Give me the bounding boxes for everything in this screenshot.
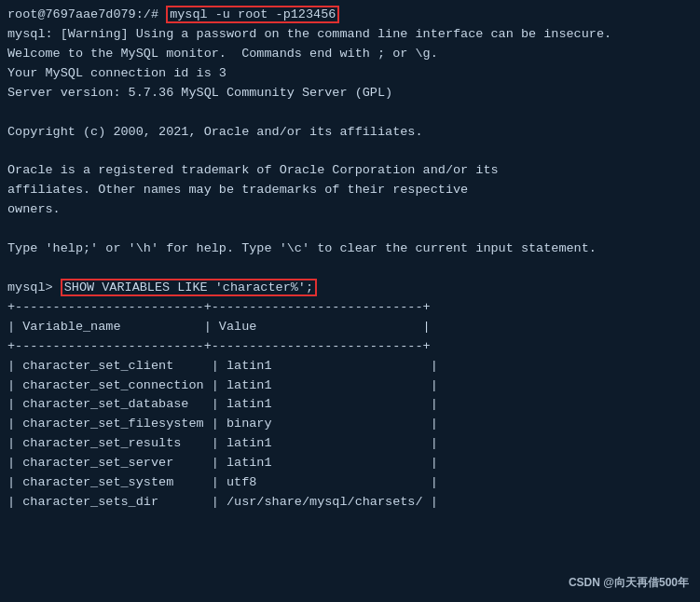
terminal-line-help: Type 'help;' or '\h' for help. Type '\c'…: [7, 239, 693, 259]
terminal-line-warn: mysql: [Warning] Using a password on the…: [7, 25, 693, 45]
terminal-table-sep: +-------------------------+-------------…: [7, 337, 693, 357]
terminal-line-oracle1: Oracle is a registered trademark of Orac…: [7, 161, 693, 181]
prompt-text: root@7697aae7d079:/#: [7, 7, 166, 21]
watermark: CSDN @向天再借500年: [569, 575, 689, 591]
command-highlight: mysql -u root -p123456: [166, 6, 339, 23]
terminal-line-oracle2: affiliates. Other names may be trademark…: [7, 181, 693, 200]
terminal-line-oracle3: owners.: [7, 200, 693, 220]
terminal-line-prompt1: root@7697aae7d079:/# mysql -u root -p123…: [7, 6, 693, 25]
terminal-line-connid: Your MySQL connection id is 3: [7, 64, 693, 84]
terminal-window: root@7697aae7d079:/# mysql -u root -p123…: [0, 0, 700, 602]
terminal-table-row8: | character_sets_dir | /usr/share/mysql/…: [7, 493, 693, 513]
terminal-line-welcome: Welcome to the MySQL monitor. Commands e…: [7, 45, 693, 64]
terminal-table-row1: | character_set_client | latin1 |: [7, 357, 693, 376]
terminal-line-blank2: [7, 142, 693, 161]
terminal-table-header: | Variable_name | Value |: [7, 318, 693, 337]
terminal-line-blank4: [7, 259, 693, 279]
terminal-table-row2: | character_set_connection | latin1 |: [7, 376, 693, 396]
terminal-line-query: mysql> SHOW VARIABLES LIKE 'character%';: [7, 279, 693, 298]
terminal-table-row6: | character_set_server | latin1 |: [7, 454, 693, 473]
terminal-table-row3: | character_set_database | latin1 |: [7, 395, 693, 415]
query-highlight: SHOW VARIABLES LIKE 'character%';: [61, 279, 317, 296]
terminal-table-row4: | character_set_filesystem | binary |: [7, 415, 693, 434]
terminal-line-copy: Copyright (c) 2000, 2021, Oracle and/or …: [7, 123, 693, 143]
terminal-line-version: Server version: 5.7.36 MySQL Community S…: [7, 84, 693, 103]
terminal-table-row7: | character_set_system | utf8 |: [7, 473, 693, 493]
terminal-line-blank1: [7, 103, 693, 123]
terminal-table-row5: | character_set_results | latin1 |: [7, 434, 693, 454]
terminal-line-blank3: [7, 220, 693, 239]
mysql-prompt: mysql>: [7, 280, 61, 294]
terminal-table-top: +-------------------------+-------------…: [7, 298, 693, 318]
